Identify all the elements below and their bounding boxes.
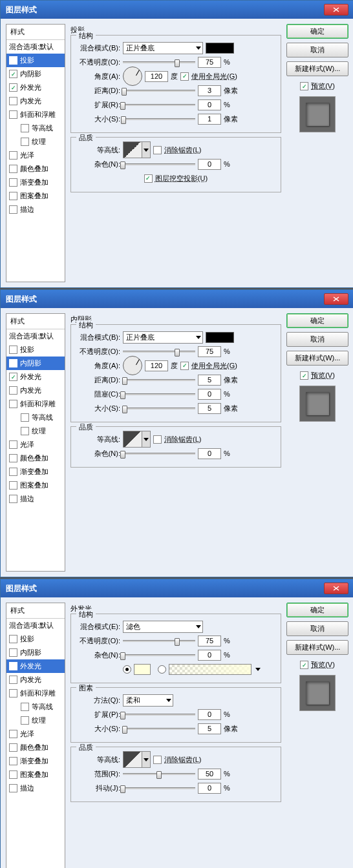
number-input[interactable] xyxy=(198,709,221,720)
preview-checkbox[interactable] xyxy=(300,371,308,380)
slider-thumb[interactable] xyxy=(120,712,125,719)
sidebar-item-11[interactable]: 描边 xyxy=(6,492,65,506)
contour-picker[interactable] xyxy=(123,141,142,158)
slider[interactable] xyxy=(123,393,195,395)
antialias-checkbox[interactable] xyxy=(153,146,162,154)
slider[interactable] xyxy=(123,163,195,165)
sidebar-item-5[interactable]: 等高线 xyxy=(6,411,65,424)
number-input[interactable] xyxy=(198,375,221,386)
slider-thumb[interactable] xyxy=(120,785,125,793)
checkbox-icon[interactable] xyxy=(9,468,17,476)
preview-checkbox[interactable] xyxy=(300,82,308,90)
checkbox-icon[interactable] xyxy=(9,359,17,367)
checkbox-icon[interactable] xyxy=(9,205,17,214)
sidebar-item-7[interactable]: 光泽 xyxy=(6,727,65,741)
cancel-button[interactable]: 取消 xyxy=(286,621,348,636)
checkbox-icon[interactable] xyxy=(9,689,17,698)
checkbox-icon[interactable] xyxy=(9,165,17,173)
slider-thumb[interactable] xyxy=(120,391,125,399)
number-input[interactable] xyxy=(198,57,221,68)
slider-thumb[interactable] xyxy=(122,377,127,385)
sidebar-item-0[interactable]: 投影 xyxy=(6,632,65,646)
slider[interactable] xyxy=(123,773,195,775)
sidebar-item-7[interactable]: 光泽 xyxy=(6,438,65,451)
checkbox-icon[interactable] xyxy=(9,178,17,187)
checkbox-icon[interactable] xyxy=(9,97,17,105)
slider-thumb[interactable] xyxy=(120,451,125,459)
sidebar-item-3[interactable]: 内发光 xyxy=(6,94,65,108)
checkbox-icon[interactable] xyxy=(9,70,17,78)
number-input[interactable] xyxy=(198,159,221,170)
slider[interactable] xyxy=(123,118,195,120)
slider[interactable] xyxy=(123,453,195,455)
select[interactable]: 滤色 xyxy=(123,621,203,633)
globallight-checkbox[interactable] xyxy=(180,72,189,81)
contour-picker[interactable] xyxy=(123,431,142,448)
sidebar-blend[interactable]: 混合选项:默认 xyxy=(6,329,65,343)
sidebar-item-2[interactable]: 外发光 xyxy=(6,81,65,94)
sidebar-item-9[interactable]: 渐变叠加 xyxy=(6,176,65,189)
slider[interactable] xyxy=(123,728,195,730)
slider-thumb[interactable] xyxy=(175,638,180,646)
number-input[interactable] xyxy=(198,723,221,734)
sidebar-item-8[interactable]: 颜色叠加 xyxy=(6,741,65,754)
checkbox-icon[interactable] xyxy=(9,481,17,490)
ok-button[interactable]: 确定 xyxy=(286,313,348,328)
slider[interactable] xyxy=(123,351,195,353)
sidebar-item-4[interactable]: 斜面和浮雕 xyxy=(6,108,65,121)
checkbox-icon[interactable] xyxy=(21,427,29,435)
checkbox-icon[interactable] xyxy=(9,770,17,779)
slider[interactable] xyxy=(123,61,195,63)
close-button[interactable] xyxy=(324,293,348,305)
checkbox-icon[interactable] xyxy=(9,83,17,92)
sidebar-blend[interactable]: 混合选项:默认 xyxy=(6,619,65,632)
sidebar-item-1[interactable]: 内阴影 xyxy=(6,356,65,370)
color-radio[interactable] xyxy=(123,665,131,674)
checkbox-icon[interactable] xyxy=(9,386,17,395)
slider-thumb[interactable] xyxy=(120,102,125,110)
slider[interactable] xyxy=(123,408,195,409)
checkbox-icon[interactable] xyxy=(9,454,17,462)
sidebar-item-2[interactable]: 外发光 xyxy=(6,659,65,673)
sidebar-item-6[interactable]: 纹理 xyxy=(6,424,65,438)
slider-thumb[interactable] xyxy=(156,771,162,779)
sidebar-head[interactable]: 样式 xyxy=(6,603,65,619)
checkbox-icon[interactable] xyxy=(21,138,29,146)
slider-thumb[interactable] xyxy=(175,349,180,356)
newstyle-button[interactable]: 新建样式(W)... xyxy=(286,61,348,76)
checkbox-icon[interactable] xyxy=(9,648,17,657)
checkbox-icon[interactable] xyxy=(21,124,29,132)
number-input[interactable] xyxy=(198,448,221,459)
contour-picker[interactable] xyxy=(123,751,142,768)
sidebar-item-1[interactable]: 内阴影 xyxy=(6,67,65,81)
sidebar-head[interactable]: 样式 xyxy=(6,314,65,329)
sidebar-item-5[interactable]: 等高线 xyxy=(6,121,65,135)
contour-dropdown[interactable] xyxy=(142,141,151,158)
sidebar-item-10[interactable]: 图案叠加 xyxy=(6,189,65,203)
checkbox-icon[interactable] xyxy=(9,56,17,65)
checkbox-icon[interactable] xyxy=(9,192,17,200)
select[interactable]: 正片叠底 xyxy=(123,42,203,54)
sidebar-item-4[interactable]: 斜面和浮雕 xyxy=(6,687,65,700)
slider-thumb[interactable] xyxy=(120,652,125,660)
checkbox-icon[interactable] xyxy=(21,716,29,725)
slider[interactable] xyxy=(123,90,195,92)
contour-dropdown[interactable] xyxy=(142,751,151,768)
checkbox-icon[interactable] xyxy=(9,495,17,503)
antialias-checkbox[interactable] xyxy=(153,435,162,444)
sidebar-item-3[interactable]: 内发光 xyxy=(6,673,65,687)
slider-thumb[interactable] xyxy=(120,161,125,169)
number-input[interactable] xyxy=(145,71,168,82)
sidebar-item-4[interactable]: 斜面和浮雕 xyxy=(6,397,65,411)
sidebar-item-9[interactable]: 渐变叠加 xyxy=(6,465,65,479)
newstyle-button[interactable]: 新建样式(W)... xyxy=(286,640,348,655)
sidebar-item-0[interactable]: 投影 xyxy=(6,343,65,356)
slider-thumb[interactable] xyxy=(121,116,126,124)
slider-thumb[interactable] xyxy=(175,59,180,67)
slider[interactable] xyxy=(123,379,195,381)
slider-thumb[interactable] xyxy=(122,726,127,734)
checkbox-icon[interactable] xyxy=(9,662,17,670)
ok-button[interactable]: 确定 xyxy=(286,603,348,617)
knockout-checkbox[interactable] xyxy=(144,174,153,183)
select[interactable]: 柔和 xyxy=(123,694,173,707)
